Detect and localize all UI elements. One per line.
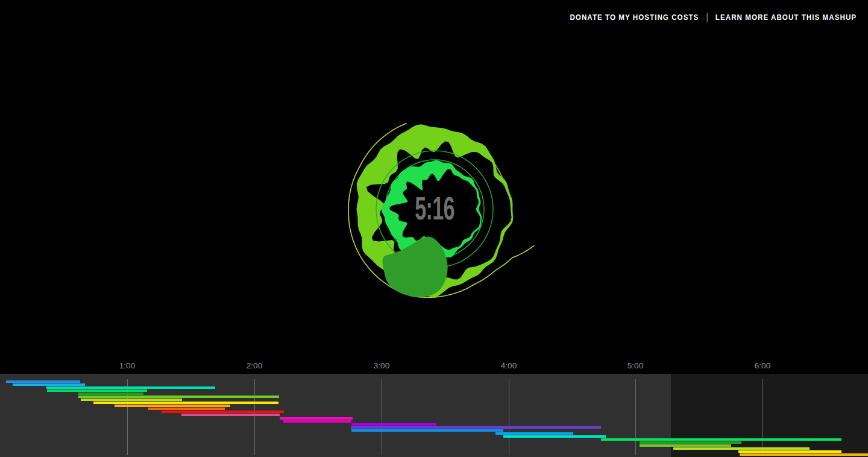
track-bar [351,426,601,429]
track-bar [47,389,147,392]
timeline-gridline [509,379,509,455]
audio-visualizer[interactable]: 5:16 [314,89,555,330]
track-bar [283,420,351,423]
top-nav: DONATE TO MY HOSTING COSTS LEARN MORE AB… [570,13,857,22]
track-bar [351,423,436,426]
track-bar [640,441,741,444]
track-bar [81,399,182,401]
track-bar [495,432,573,435]
track-bar [503,435,606,438]
timeline-gridline [254,379,255,455]
track-bar [78,396,279,398]
track-bar [601,438,841,441]
timeline-tick-label: 2:00 [236,361,272,370]
track-bar [280,417,353,420]
track-bar [148,408,225,410]
track-bar [351,429,503,432]
track-bar [6,380,80,383]
timeline-tick-label: 1:00 [109,361,145,370]
timeline-gridline [763,379,763,455]
track-bar [13,383,85,386]
track-bar [740,453,868,456]
playback-time: 5:16 [415,189,454,227]
track-bar [93,402,278,404]
track-bar [115,405,230,407]
app-root: { "header": { "links": [ {"label": "DONA… [0,0,868,457]
track-bar [181,414,280,416]
timeline-tick-label: 4:00 [491,361,527,370]
track-bar [46,386,215,389]
timeline-tick-label: 5:00 [617,361,653,370]
donate-link[interactable]: DONATE TO MY HOSTING COSTS [570,13,699,22]
timeline-tick-label: 3:00 [363,361,400,370]
timeline-labels: 1:002:003:004:005:006:00 [0,361,868,372]
nav-separator [706,13,708,22]
track-bar [162,411,284,413]
track-bar [78,392,143,395]
timeline-gridline [635,379,636,455]
track-bar [640,444,731,447]
track-bar [673,447,810,450]
timeline-tick-label: 6:00 [744,361,781,370]
timeline-seekbar[interactable] [0,374,868,457]
track-bar [738,450,841,453]
learn-more-link[interactable]: LEARN MORE ABOUT THIS MASHUP [715,13,857,22]
timeline-gridline [382,379,382,455]
